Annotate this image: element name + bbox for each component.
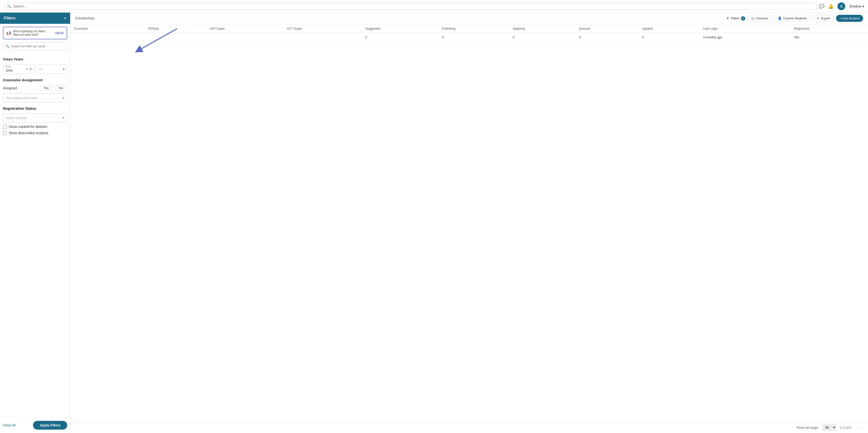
current-students-label: Current Students [783, 17, 807, 20]
table-row: 000003 months agoYes [70, 33, 868, 42]
col-queued: Queued [576, 24, 639, 33]
columns-button[interactable]: ◫ Columns [748, 15, 772, 22]
search-icon: 🔍 [7, 4, 11, 8]
user-name-label: Shadow [849, 4, 862, 8]
columns-label: Columns [756, 17, 768, 20]
assigned-toggle: Yes No [39, 85, 67, 91]
yes-toggle-button[interactable]: Yes [39, 85, 53, 91]
assigned-label: Assigned [3, 86, 17, 90]
current-students-button[interactable]: 👤 Current Students [774, 15, 810, 22]
from-select-wrap: From 2026 2027 2028 ✕ ▼ [3, 64, 34, 74]
export-button[interactable]: ⇓ Export [813, 15, 834, 22]
class-years-title: Class Years [3, 57, 67, 61]
topbar: 🔍 💬 🔔 S Shadow ▾ [0, 0, 868, 12]
main-content: Scholarships ▼ Filters 1 ◫ Columns 👤 Cur… [70, 12, 868, 433]
counselor-section-title: Counselor Assignment [3, 78, 67, 82]
filter-search-input[interactable] [3, 42, 67, 50]
col-counselor: Counselor [70, 24, 145, 33]
update-banner: 📢 We're updating our filters. Want an ea… [3, 27, 67, 39]
topbar-actions: 💬 🔔 S Shadow ▾ [819, 2, 864, 10]
show-disenrolled-checkbox[interactable] [3, 131, 7, 135]
pagination-buttons: ‹ › [856, 425, 863, 430]
col-gpa: GPA(w) [145, 24, 207, 33]
reg-status-title: Registration Status [3, 106, 67, 110]
col-suggested: Suggested [362, 24, 439, 33]
students-table-container: Counselor GPA(w) SAT Super ACT Super Sug… [70, 24, 868, 422]
clear-all-button[interactable]: Clear All [3, 423, 16, 427]
add-student-label: + Add Student [840, 17, 860, 20]
bell-icon[interactable]: 🔔 [828, 4, 834, 9]
status-dropdown-wrap: Select a status ▼ [3, 113, 67, 122]
prev-page-button[interactable]: ‹ [856, 425, 859, 430]
filters-label: Filters [731, 17, 739, 20]
rows-per-page-select[interactable]: 50 25 100 [823, 425, 836, 431]
avatar: S [837, 2, 845, 10]
students-table: Counselor GPA(w) SAT Super ACT Super Sug… [70, 24, 868, 42]
add-student-button[interactable]: + Add Student [836, 15, 863, 22]
from-label: From [5, 65, 12, 68]
apply-filters-button[interactable]: Apply Filters [33, 421, 67, 430]
close-filter-button[interactable]: × [64, 16, 66, 20]
clear-from-icon[interactable]: ✕ [26, 67, 28, 71]
table-cell [145, 33, 207, 42]
filter-title: Filters [4, 16, 16, 20]
table-body: 000003 months agoYes [70, 33, 868, 42]
show-deletion-checkbox[interactable] [3, 125, 7, 128]
show-disenrolled-checkbox-row[interactable]: Show disenrolled students [3, 131, 67, 135]
table-cell [207, 33, 283, 42]
filter-search-icon: 🔍 [5, 45, 9, 48]
user-menu[interactable]: Shadow ▾ [849, 4, 864, 8]
col-act: ACT Super [283, 24, 362, 33]
page-info: 1–1 of 1 [840, 426, 851, 429]
status-select[interactable]: Select a status [3, 113, 67, 122]
filters-button[interactable]: ▼ Filters 1 [726, 16, 745, 21]
table-cell: 0 [439, 33, 509, 42]
next-page-button[interactable]: › [860, 425, 863, 430]
filter-footer: Clear All Apply Filters [0, 417, 70, 433]
opt-in-link[interactable]: Opt-In [55, 31, 64, 35]
banner-text: We're updating our filters. Want an earl… [13, 30, 53, 36]
export-icon: ⇓ [816, 17, 819, 20]
table-cell: 0 [576, 33, 639, 42]
filter-panel: Filters × 📢 We're updating our filters. … [0, 12, 70, 433]
show-deletion-label: Show marked for deletion [9, 125, 47, 128]
table-footer: Rows per page: 50 25 100 1–1 of 1 ‹ › [70, 422, 868, 433]
show-deletion-checkbox-row[interactable]: Show marked for deletion [3, 125, 67, 128]
content-area: Filters × 📢 We're updating our filters. … [0, 12, 868, 433]
chevron-down-icon: ▾ [862, 4, 864, 8]
filters-badge: 1 [741, 16, 745, 21]
table-cell [283, 33, 362, 42]
assigned-row: Assigned Yes No [3, 85, 67, 91]
chat-icon[interactable]: 💬 [819, 4, 824, 9]
to-year-select[interactable]: To 2026 2027 [36, 64, 67, 74]
table-cell: Yes [790, 33, 868, 42]
to-select-wrap: To 2026 2027 ▼ [36, 64, 67, 74]
global-search-box[interactable]: 🔍 [4, 3, 816, 10]
students-icon: 👤 [778, 17, 782, 20]
table-header: Counselor GPA(w) SAT Super ACT Super Sug… [70, 24, 868, 33]
tab-scholarships[interactable]: Scholarships [75, 13, 95, 24]
export-label: Export [821, 17, 830, 20]
filter-search-container: 🔍 [3, 42, 67, 50]
col-registered: Registered [790, 24, 868, 33]
no-toggle-button[interactable]: No [55, 85, 67, 91]
filter-icon: ▼ [726, 17, 730, 20]
table-cell: 0 [509, 33, 576, 42]
staff-name-select[interactable]: Start typing staff name [3, 93, 67, 103]
class-years-row: From 2026 2027 2028 ✕ ▼ To 2026 2027 [3, 64, 67, 74]
col-sat: SAT Super [207, 24, 283, 33]
sub-header: Scholarships ▼ Filters 1 ◫ Columns 👤 Cur… [70, 12, 868, 24]
rows-per-page-label: Rows per page: [797, 426, 819, 429]
megaphone-icon: 📢 [6, 31, 11, 35]
col-following: Following [439, 24, 509, 33]
filter-header: Filters × [0, 12, 70, 24]
registration-status-section: Registration Status Select a status ▼ [3, 106, 67, 122]
table-cell: 0 [639, 33, 700, 42]
filter-body: Class Years From 2026 2027 2028 ✕ ▼ To 2… [0, 53, 70, 417]
global-search-input[interactable] [13, 4, 813, 8]
col-last-login: Last Login [700, 24, 790, 33]
columns-icon: ◫ [751, 17, 754, 20]
col-applied: Applied [639, 24, 700, 33]
col-applying: Applying [509, 24, 576, 33]
staff-dropdown-wrap: Start typing staff name ▼ [3, 93, 67, 103]
